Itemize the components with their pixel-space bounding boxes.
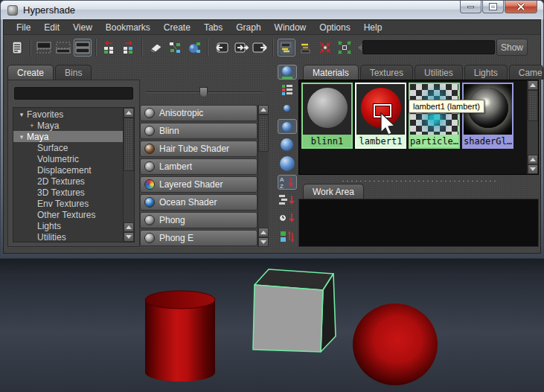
menu-item[interactable]: Create [157, 21, 197, 34]
menu-item[interactable]: Tabs [197, 21, 229, 34]
unpin-selected-button[interactable] [336, 39, 353, 57]
previous-graph-button[interactable] [100, 39, 118, 57]
show-top-tabs-only-button[interactable] [278, 39, 295, 57]
tree-item[interactable]: ▾ Maya [13, 131, 123, 142]
list-view-button[interactable] [278, 83, 297, 97]
menu-item[interactable]: File [10, 21, 37, 34]
tree-item[interactable]: 3D Textures [13, 187, 123, 198]
material-swatch[interactable]: shaderGl… [462, 83, 513, 149]
maximize-button[interactable] [482, 1, 504, 13]
swatch-size-xlarge-button[interactable] [278, 155, 297, 172]
scroll-up-button[interactable] [258, 228, 269, 237]
input-connections-button[interactable] [212, 39, 230, 57]
tree-item[interactable]: Displacement [13, 164, 123, 176]
shader-create-button[interactable]: Layered Shader [140, 176, 257, 193]
swatch-size-medium-button[interactable] [278, 119, 297, 134]
menu-item[interactable]: Edit [37, 21, 66, 34]
red-sphere[interactable] [353, 303, 438, 385]
menu-item[interactable]: Window [268, 21, 313, 34]
material-swatch[interactable]: blinn1 [301, 83, 353, 149]
sort-hierarchy-button[interactable] [278, 193, 297, 208]
clear-graph-button[interactable] [147, 39, 164, 57]
menu-item[interactable]: Help [357, 21, 389, 34]
show-button[interactable]: Show [496, 39, 528, 56]
tree-expander-icon[interactable]: ▾ [16, 111, 27, 118]
rearrange-graph-button[interactable] [166, 39, 184, 57]
graph-materials-on-selected-button[interactable] [185, 39, 203, 57]
show-swatches-toggle-button[interactable] [278, 65, 297, 80]
swatch-size-slider[interactable] [146, 87, 263, 97]
slider-thumb[interactable] [199, 87, 208, 97]
menu-item[interactable]: View [66, 21, 99, 34]
tree-expander-icon[interactable]: ▾ [16, 133, 27, 141]
layout-graph-only-button[interactable] [35, 39, 53, 57]
tree-expander-icon[interactable]: + [27, 122, 37, 129]
shader-create-button[interactable]: Anisotropic [140, 105, 257, 121]
swatch-size-large-button[interactable] [278, 137, 297, 152]
output-connections-button[interactable] [251, 39, 269, 57]
tree-item[interactable]: ▾ Favorites [13, 109, 123, 120]
tree-item[interactable]: Env Textures [13, 198, 123, 209]
pin-selected-button[interactable] [316, 39, 334, 57]
shader-list-scrollbar[interactable] [257, 105, 269, 247]
scroll-down-button[interactable] [528, 164, 538, 174]
shader-create-button[interactable]: Ocean Shader [140, 194, 257, 211]
browser-tab[interactable]: Lights [464, 65, 508, 80]
scroll-up-button[interactable] [124, 222, 134, 232]
scroll-thumb[interactable] [124, 118, 134, 171]
scroll-up-button[interactable] [124, 108, 134, 118]
minimize-button[interactable] [460, 1, 481, 13]
shader-create-button[interactable]: Phong E [140, 230, 257, 246]
tree-scrollbar[interactable] [123, 108, 134, 242]
work-area[interactable] [298, 199, 539, 247]
3d-viewport[interactable] [0, 259, 544, 392]
create-render-node-button[interactable] [8, 39, 26, 57]
scroll-down-button[interactable] [258, 237, 269, 247]
show-bottom-tabs-only-button[interactable] [297, 39, 315, 57]
tree-item[interactable]: 2D Textures [13, 176, 123, 187]
next-graph-button[interactable] [120, 39, 138, 57]
input-output-connections-button[interactable] [231, 39, 249, 57]
shader-create-button[interactable]: Lambert [140, 158, 257, 175]
red-cylinder[interactable] [145, 291, 215, 382]
scroll-up-button[interactable] [528, 80, 538, 90]
close-button[interactable] [505, 1, 537, 13]
scroll-down-button[interactable] [124, 232, 134, 242]
toolbar-filter-input[interactable] [362, 40, 495, 54]
sort-alphabetical-button[interactable]: AZ [278, 175, 297, 190]
shader-create-button[interactable]: Hair Tube Shader [140, 141, 257, 157]
tree-item[interactable]: Volumetric [13, 153, 123, 164]
swatch-size-small-button[interactable] [278, 101, 297, 116]
scroll-thumb[interactable] [258, 115, 269, 152]
menu-item[interactable]: Bookmarks [99, 21, 157, 34]
create-filter-input[interactable] [14, 87, 133, 100]
panel-tab[interactable]: Create [7, 65, 54, 80]
scroll-up-button[interactable] [528, 155, 538, 164]
work-area-tab[interactable]: Work Area [303, 184, 364, 199]
tree-item[interactable]: Lights [13, 220, 123, 231]
material-swatch[interactable]: lambert1 [355, 83, 406, 149]
scroll-thumb[interactable] [528, 90, 538, 121]
browser-tab[interactable]: Camera [509, 65, 543, 80]
shader-create-button[interactable]: Blinn [140, 123, 257, 139]
browser-tab[interactable]: Textures [360, 65, 413, 80]
sort-type-button[interactable] [278, 229, 297, 244]
layout-browser-only-button[interactable] [54, 39, 72, 57]
titlebar[interactable]: Hypershade [0, 0, 544, 19]
tree-item[interactable]: Surface [13, 142, 123, 153]
selected-gray-cube[interactable] [253, 269, 336, 352]
browser-tab[interactable]: Materials [303, 65, 359, 80]
scroll-up-button[interactable] [258, 105, 269, 115]
layout-browser-and-workarea-button[interactable] [74, 39, 92, 57]
browser-tab[interactable]: Utilities [415, 65, 463, 80]
swatch-scrollbar[interactable] [527, 80, 538, 174]
menu-item[interactable]: Graph [229, 21, 267, 34]
sort-time-button[interactable] [278, 211, 297, 225]
panel-tab[interactable]: Bins [55, 65, 92, 80]
tree-item[interactable]: + Maya [13, 120, 123, 131]
panel-splitter[interactable] [298, 178, 539, 184]
material-swatch[interactable]: particle… [409, 83, 460, 149]
tree-item[interactable]: Utilities [13, 231, 123, 242]
shader-create-button[interactable]: Phong [140, 212, 257, 228]
menu-item[interactable]: Options [313, 21, 356, 34]
